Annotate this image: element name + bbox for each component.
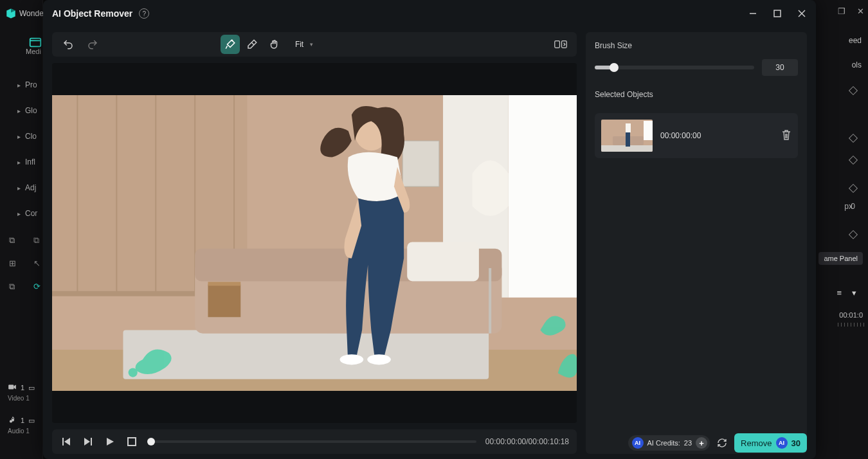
undo-button[interactable]	[59, 35, 78, 54]
minimize-icon[interactable]	[748, 8, 758, 19]
svg-rect-39	[644, 121, 653, 140]
object-timecode: 00:00:00:00	[660, 131, 701, 140]
compare-button[interactable]	[551, 35, 570, 54]
preview-canvas[interactable]	[52, 63, 577, 423]
chevron-down-icon: ▾	[310, 41, 313, 48]
restore-icon[interactable]: ❐	[838, 6, 845, 16]
chevron-down-icon: ▾	[852, 288, 856, 298]
svg-rect-38	[626, 132, 630, 147]
slider-knob[interactable]	[610, 63, 619, 72]
close-icon[interactable]	[797, 8, 807, 19]
play-button[interactable]	[104, 435, 116, 448]
playback-bar: 00:00:00:00/00:00:10:18	[52, 429, 577, 454]
playback-timecode: 00:00:00:00/00:00:10:18	[485, 437, 569, 446]
close-icon[interactable]: ✕	[857, 6, 864, 16]
tree-item: Adj	[25, 183, 36, 192]
dialog-titlebar: AI Object Remover ?	[43, 0, 816, 27]
keyframe-icon	[849, 184, 858, 193]
parent-window-controls: ❐ ✕	[838, 6, 864, 16]
remove-cost: 30	[791, 438, 800, 448]
preview-toolbar: Fit ▾	[52, 32, 577, 57]
timeline-right-icons: ≡ ▾	[836, 288, 856, 298]
tree-item: Cor	[25, 209, 37, 218]
selected-object-item[interactable]: 00:00:00:00	[595, 113, 798, 158]
ai-credits-badge[interactable]: AI AI Credits: 23 +	[628, 435, 710, 451]
keyframe-icon	[849, 230, 858, 239]
brush-add-tool[interactable]	[221, 35, 240, 54]
svg-rect-24	[208, 282, 240, 285]
progress-knob[interactable]	[147, 438, 155, 446]
tree-item: Glo	[25, 106, 37, 115]
ai-object-remover-dialog: AI Object Remover ?	[43, 0, 816, 459]
svg-rect-6	[555, 41, 560, 48]
keyframe-icon	[849, 156, 858, 165]
refresh-button[interactable]	[716, 437, 728, 449]
next-frame-button[interactable]	[82, 435, 95, 448]
selected-objects-label: Selected Objects	[595, 90, 798, 99]
svg-rect-25	[402, 141, 439, 186]
add-credits-button[interactable]: +	[696, 437, 707, 449]
stop-button[interactable]	[125, 435, 138, 448]
svg-point-28	[367, 354, 391, 364]
ai-icon: AI	[632, 437, 644, 449]
video-icon	[8, 383, 17, 392]
redo-button[interactable]	[83, 35, 102, 54]
brush-size-label: Brush Size	[595, 41, 798, 50]
credits-value: 23	[684, 439, 692, 447]
zoom-dropdown[interactable]: Fit ▾	[289, 37, 320, 51]
credits-label: AI Credits:	[647, 439, 680, 447]
svg-rect-0	[30, 39, 41, 47]
svg-rect-31	[62, 438, 64, 446]
track-label: Audio 1	[8, 428, 46, 435]
progress-bar[interactable]	[147, 440, 476, 443]
list-icon: ≡	[836, 288, 842, 298]
svg-point-30	[129, 368, 138, 377]
tree-item: Infl	[25, 158, 35, 166]
dialog-title: AI Object Remover	[52, 8, 132, 19]
maximize-icon[interactable]	[772, 8, 782, 19]
settings-panel: Brush Size 30 Selected Objects	[586, 32, 807, 454]
svg-point-29	[340, 354, 364, 364]
svg-rect-10	[123, 330, 489, 379]
pan-tool[interactable]	[264, 35, 284, 54]
svg-rect-23	[208, 284, 240, 317]
eraser-tool[interactable]	[242, 35, 262, 54]
timeline-tool-icons: ⧉⧉ ⊞↖ ⧉⟳	[9, 235, 45, 305]
svg-rect-37	[626, 123, 631, 132]
remove-button[interactable]: Remove AI 30	[734, 433, 807, 453]
prev-frame-button[interactable]	[60, 435, 73, 448]
object-thumbnail	[601, 120, 653, 152]
svg-rect-18	[509, 95, 577, 298]
svg-rect-1	[8, 385, 14, 390]
audio-track-header: 1 ▭	[8, 416, 46, 425]
svg-rect-22	[407, 242, 479, 281]
zoom-value: Fit	[295, 40, 303, 49]
help-icon[interactable]: ?	[139, 8, 149, 19]
preview-column: Fit ▾	[52, 32, 577, 454]
parent-app-right-panel: ❐ ✕ eed ols 0 px ame Panel ≡ ▾ 00:01:0	[810, 0, 868, 459]
brush-size-slider[interactable]	[595, 66, 754, 69]
delete-object-button[interactable]	[781, 129, 791, 143]
track-label: Video 1	[8, 395, 46, 402]
svg-rect-26	[489, 268, 491, 334]
svg-rect-7	[562, 41, 567, 48]
remove-label: Remove	[741, 438, 772, 448]
audio-icon	[8, 416, 17, 425]
timeline-track-headers: 1 ▭ Video 1 1 ▭ Audio 1	[8, 383, 46, 449]
media-tab-label: Medi	[26, 48, 41, 55]
timecode-fragment: 00:01:0	[839, 311, 863, 319]
svg-rect-3	[774, 10, 781, 17]
svg-rect-33	[128, 438, 136, 446]
dialog-window-controls	[748, 8, 807, 19]
parent-app-left-sidebar: Wonder Medi ▸Pro ▸Glo ▸Clo ▸Infl ▸Adj ▸C…	[0, 0, 43, 459]
lock-icon: ▭	[28, 417, 35, 425]
app-logo-icon	[5, 8, 17, 19]
tree-item: Pro	[25, 80, 37, 89]
app-name-fragment: Wonder	[19, 9, 46, 18]
dialog-footer: AI AI Credits: 23 + Remove AI 30	[628, 433, 808, 453]
brush-size-field[interactable]: 30	[762, 59, 798, 76]
ai-icon: AI	[776, 437, 788, 449]
svg-rect-32	[91, 438, 92, 446]
lock-icon: ▭	[28, 384, 35, 392]
panel-button-fragment: ame Panel	[818, 252, 863, 265]
